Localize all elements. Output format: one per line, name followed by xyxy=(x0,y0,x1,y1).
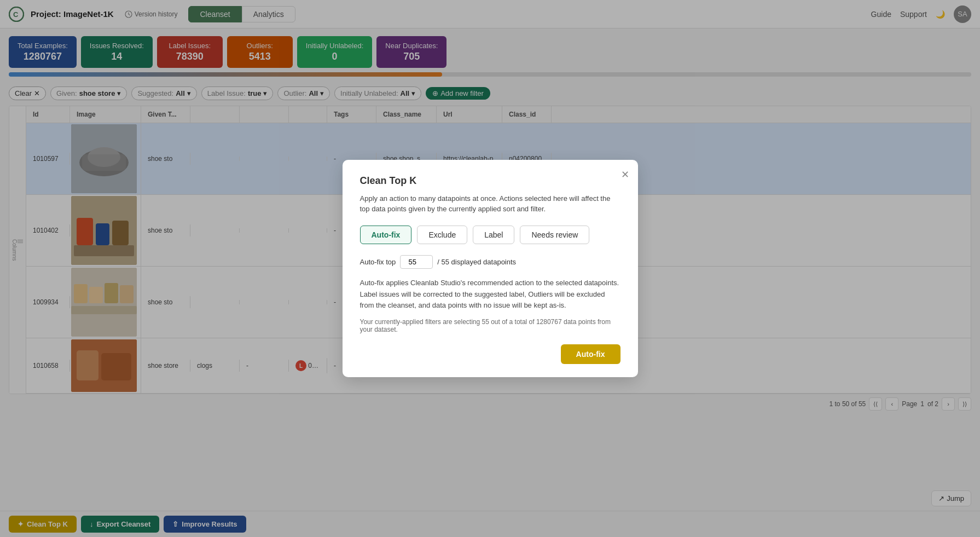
autofix-total-label: / 55 displayed datapoints xyxy=(437,258,516,266)
modal-action-buttons: Auto-fix Exclude Label Needs review xyxy=(360,226,621,244)
autofix-top-label: Auto-fix top xyxy=(360,258,396,266)
modal-footer: Auto-fix xyxy=(360,344,621,364)
filter-note: Your currently-applied filters are selec… xyxy=(360,318,621,333)
modal-description: Apply an action to many datapoints at on… xyxy=(360,193,621,215)
action-needs-review-button[interactable]: Needs review xyxy=(520,226,589,244)
autofix-confirm-button[interactable]: Auto-fix xyxy=(561,344,621,364)
autofix-top-row: Auto-fix top / 55 displayed datapoints xyxy=(360,255,621,269)
action-autofix-button[interactable]: Auto-fix xyxy=(360,226,412,244)
autofix-description: Auto-fix applies Cleanlab Studio's recom… xyxy=(360,278,621,311)
modal-overlay: ✕ Clean Top K Apply an action to many da… xyxy=(0,0,980,418)
clean-top-k-modal: ✕ Clean Top K Apply an action to many da… xyxy=(343,160,638,377)
action-label-button[interactable]: Label xyxy=(473,226,514,244)
autofix-top-input[interactable] xyxy=(400,255,433,269)
modal-close-button[interactable]: ✕ xyxy=(621,169,629,181)
modal-title: Clean Top K xyxy=(360,175,621,187)
action-exclude-button[interactable]: Exclude xyxy=(417,226,467,244)
